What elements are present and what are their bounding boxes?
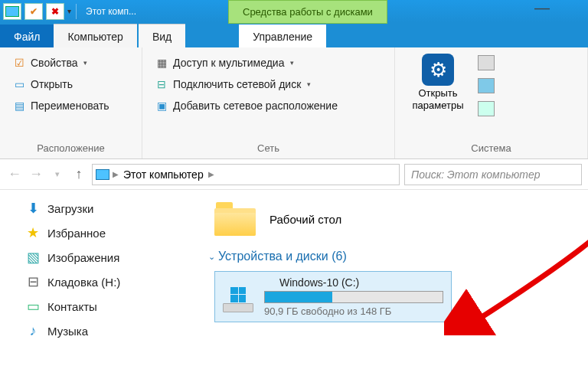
ribbon-group-network: ▦Доступ к мультимедиа▾ ⊟Подключить сетев… <box>142 47 395 158</box>
tab-file[interactable]: Файл <box>0 24 54 47</box>
download-icon: ⬇ <box>24 201 41 216</box>
map-network-drive-button[interactable]: ⊟Подключить сетевой диск▾ <box>153 74 384 95</box>
folder-icon <box>214 202 256 236</box>
nav-up-button[interactable]: ↑ <box>70 166 87 183</box>
media-access-button[interactable]: ▦Доступ к мультимедиа▾ <box>153 52 384 74</box>
desktop-folder-item[interactable]: Рабочий стол <box>214 202 579 236</box>
ribbon-tabs: Файл Компьютер Вид Управление <box>0 22 588 47</box>
drive-icon: ⊟ <box>24 274 41 289</box>
star-icon: ★ <box>24 225 41 240</box>
drive-os-icon <box>221 282 255 312</box>
chevron-right-icon[interactable]: ▶ <box>208 170 214 178</box>
window-title: Этот комп... <box>86 6 136 17</box>
tab-computer[interactable]: Компьютер <box>54 24 136 47</box>
chevron-down-icon: ⌄ <box>208 252 215 262</box>
media-icon: ▦ <box>155 56 168 70</box>
uninstall-programs-icon[interactable] <box>478 55 495 70</box>
tab-view[interactable]: Вид <box>139 24 185 47</box>
group-label-network: Сеть <box>153 139 384 158</box>
ribbon-group-system: ⚙ Открыть параметры Система <box>395 47 588 158</box>
address-bar[interactable]: ▶ Этот компьютер ▶ <box>92 164 400 185</box>
manage-icon[interactable] <box>478 101 495 116</box>
open-icon: ▭ <box>12 77 26 91</box>
add-network-location-button[interactable]: ▣Добавить сетевое расположение <box>153 95 384 116</box>
pc-icon <box>96 169 109 180</box>
network-drive-icon: ⊟ <box>155 77 168 91</box>
gear-icon: ⚙ <box>422 54 454 86</box>
sidebar-item-drive-h[interactable]: ⊟Кладовка (H:) <box>21 270 185 294</box>
rename-icon: ▤ <box>12 99 26 113</box>
contextual-tab-drive-tools[interactable]: Средства работы с дисками <box>228 0 387 24</box>
qa-properties-icon[interactable]: ✔ <box>24 3 43 20</box>
properties-button[interactable]: ☑Свойства▾ <box>11 52 131 74</box>
quick-access-toolbar: ✔ ✖ ▾ <box>0 3 71 20</box>
ribbon-group-location: ☑Свойства▾ ▭Открыть ▤Переименовать Распо… <box>0 47 142 158</box>
address-bar-row: ← → ▾ ↑ ▶ Этот компьютер ▶ Поиск: Этот к… <box>0 159 588 190</box>
qa-delete-icon[interactable]: ✖ <box>46 3 64 20</box>
drive-name: Windows-10 (C:) <box>264 276 443 289</box>
navigation-pane: ⬇Загрузки ★Избранное ▧Изображения ⊟Кладо… <box>0 190 191 392</box>
qa-dropdown-icon[interactable]: ▾ <box>67 7 71 15</box>
drive-c-item[interactable]: Windows-10 (C:) 90,9 ГБ свободно из 148 … <box>214 271 452 322</box>
sidebar-item-images[interactable]: ▧Изображения <box>21 245 185 270</box>
music-icon: ♪ <box>24 323 41 338</box>
group-label-system: Система <box>406 139 577 158</box>
breadcrumb-root[interactable]: Этот компьютер <box>122 168 205 181</box>
nav-back-button[interactable]: ← <box>6 166 23 183</box>
group-label-location: Расположение <box>11 139 131 158</box>
open-settings-button[interactable]: ⚙ Открыть параметры <box>406 52 470 113</box>
rename-button[interactable]: ▤Переименовать <box>11 95 131 116</box>
nav-recent-dropdown[interactable]: ▾ <box>49 166 66 183</box>
properties-icon: ☑ <box>12 56 26 70</box>
sidebar-item-contacts[interactable]: ▭Контакты <box>21 294 185 318</box>
add-location-icon: ▣ <box>155 99 168 113</box>
contacts-icon: ▭ <box>24 299 41 314</box>
system-menu-icon[interactable] <box>3 3 21 20</box>
open-button[interactable]: ▭Открыть <box>11 74 131 95</box>
chevron-right-icon[interactable]: ▶ <box>113 170 119 178</box>
nav-forward-button[interactable]: → <box>28 166 44 183</box>
content-pane: Рабочий стол ⌄ Устройства и диски (6) Wi… <box>191 190 588 392</box>
sidebar-item-downloads[interactable]: ⬇Загрузки <box>21 196 185 220</box>
drive-usage-bar <box>264 291 443 303</box>
minimize-button[interactable]: — <box>527 3 557 18</box>
search-input[interactable]: Поиск: Этот компьютер <box>404 164 582 185</box>
sidebar-item-favorites[interactable]: ★Избранное <box>21 220 185 245</box>
devices-section-header[interactable]: ⌄ Устройства и диски (6) <box>208 250 579 263</box>
system-small-buttons <box>478 52 495 116</box>
ribbon: ☑Свойства▾ ▭Открыть ▤Переименовать Распо… <box>0 47 588 159</box>
explorer-body: ⬇Загрузки ★Избранное ▧Изображения ⊟Кладо… <box>0 190 588 392</box>
tab-manage[interactable]: Управление <box>239 24 326 47</box>
drive-free-space: 90,9 ГБ свободно из 148 ГБ <box>264 305 443 317</box>
sidebar-item-music[interactable]: ♪Музыка <box>21 318 185 343</box>
system-props-icon[interactable] <box>478 78 495 93</box>
images-icon: ▧ <box>24 250 41 265</box>
